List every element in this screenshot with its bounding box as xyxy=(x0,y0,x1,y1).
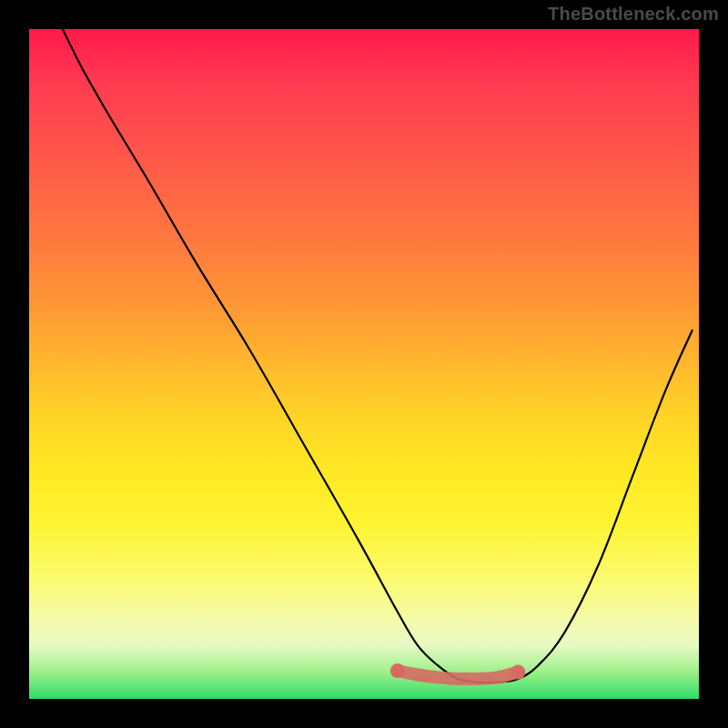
bottleneck-curve xyxy=(63,29,693,682)
optimal-band xyxy=(398,671,519,679)
curve-layer xyxy=(29,29,699,699)
optimal-markers xyxy=(390,663,526,680)
chart-stage: TheBottleneck.com xyxy=(0,0,728,728)
plot-area xyxy=(29,29,699,699)
watermark-text: TheBottleneck.com xyxy=(548,4,719,25)
optimal-end-dot xyxy=(511,665,525,680)
optimal-end-dot xyxy=(390,663,405,678)
